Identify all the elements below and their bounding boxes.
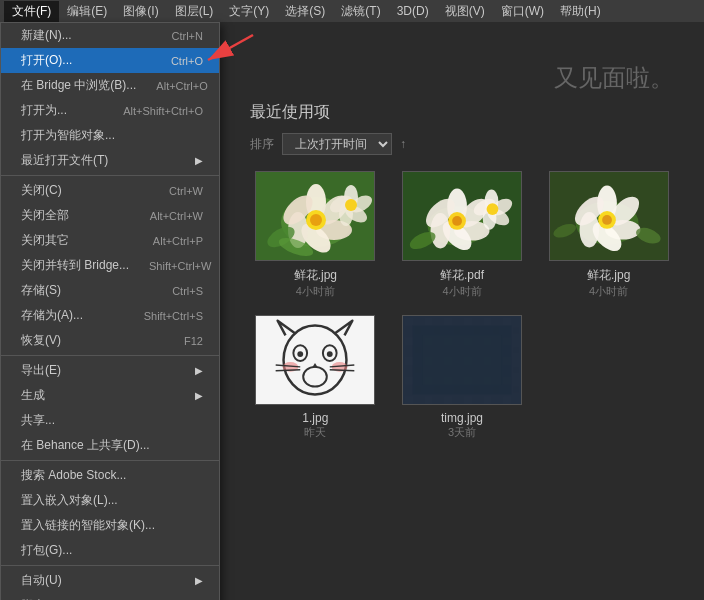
menu-item-behance[interactable]: 在 Behance 上共享(D)... bbox=[1, 433, 219, 458]
menu-item-package[interactable]: 打包(G)... bbox=[1, 538, 219, 563]
recent-files-grid: 鲜花.jpg 4小时前 bbox=[250, 171, 674, 440]
menu-item-automate[interactable]: 自动(U) ▶ bbox=[1, 568, 219, 593]
menu-item-scripts[interactable]: 脚本(R) ▶ bbox=[1, 593, 219, 600]
svg-point-35 bbox=[487, 203, 499, 215]
file-name-4: 1.jpg bbox=[302, 411, 328, 425]
menu-layer[interactable]: 图层(L) bbox=[167, 1, 222, 22]
menu-filter[interactable]: 滤镜(T) bbox=[333, 1, 388, 22]
flower-image-1 bbox=[256, 172, 374, 260]
menu-item-close-bridge[interactable]: 关闭并转到 Bridge... Shift+Ctrl+W bbox=[1, 253, 219, 278]
file-time-3: 4小时前 bbox=[589, 284, 628, 299]
main-content-area: 又见面啦。 最近使用项 排序 上次打开时间 ↑ bbox=[220, 22, 704, 600]
svg-line-62 bbox=[330, 370, 355, 371]
file-dropdown-menu: 新建(N)... Ctrl+N 打开(O)... Ctrl+O 在 Bridge… bbox=[0, 22, 220, 600]
file-item-3[interactable]: 鲜花.jpg 4小时前 bbox=[543, 171, 674, 299]
menu-item-share[interactable]: 共享... bbox=[1, 408, 219, 433]
file-name-2: 鲜花.pdf bbox=[440, 267, 484, 284]
file-name-3: 鲜花.jpg bbox=[587, 267, 630, 284]
menu-item-open-as[interactable]: 打开为... Alt+Shift+Ctrl+O bbox=[1, 98, 219, 123]
menu-image[interactable]: 图像(I) bbox=[115, 1, 166, 22]
sort-bar: 排序 上次打开时间 ↑ bbox=[250, 133, 674, 155]
separator-2 bbox=[1, 355, 219, 356]
export-arrow: ▶ bbox=[195, 365, 203, 376]
svg-point-17 bbox=[345, 199, 357, 211]
sort-label: 排序 bbox=[250, 136, 274, 153]
recent-section-title: 最近使用项 bbox=[250, 102, 674, 123]
menu-item-place-linked[interactable]: 置入链接的智能对象(K)... bbox=[1, 513, 219, 538]
svg-point-54 bbox=[327, 351, 333, 357]
file-time-5: 3天前 bbox=[448, 425, 476, 440]
menu-text[interactable]: 文字(Y) bbox=[221, 1, 277, 22]
svg-line-60 bbox=[276, 370, 301, 371]
menu-item-revert[interactable]: 恢复(V) F12 bbox=[1, 328, 219, 353]
menu-item-close-all[interactable]: 关闭全部 Alt+Ctrl+W bbox=[1, 203, 219, 228]
svg-point-29 bbox=[452, 216, 462, 226]
menu-item-save-as[interactable]: 存储为(A)... Shift+Ctrl+S bbox=[1, 303, 219, 328]
file-time-2: 4小时前 bbox=[442, 284, 481, 299]
file-thumb-3 bbox=[549, 171, 669, 261]
submenu-arrow: ▶ bbox=[195, 155, 203, 166]
automate-arrow: ▶ bbox=[195, 575, 203, 586]
menu-item-open[interactable]: 打开(O)... Ctrl+O bbox=[1, 48, 219, 73]
file-thumb-5 bbox=[402, 315, 522, 405]
menu-select[interactable]: 选择(S) bbox=[277, 1, 333, 22]
menu-item-export[interactable]: 导出(E) ▶ bbox=[1, 358, 219, 383]
separator-1 bbox=[1, 175, 219, 176]
svg-point-11 bbox=[310, 214, 322, 226]
svg-rect-70 bbox=[423, 335, 502, 384]
separator-4 bbox=[1, 565, 219, 566]
file-name-1: 鲜花.jpg bbox=[294, 267, 337, 284]
svg-rect-49 bbox=[256, 316, 374, 405]
menu-window[interactable]: 窗口(W) bbox=[493, 1, 552, 22]
file-time-1: 4小时前 bbox=[296, 284, 335, 299]
menu-item-bridge[interactable]: 在 Bridge 中浏览(B)... Alt+Ctrl+O bbox=[1, 73, 219, 98]
welcome-message: 又见面啦。 bbox=[554, 62, 674, 94]
file-item-5[interactable]: timg.jpg 3天前 bbox=[397, 315, 528, 440]
svg-point-53 bbox=[298, 351, 304, 357]
menu-item-close[interactable]: 关闭(C) Ctrl+W bbox=[1, 178, 219, 203]
file-thumb-2 bbox=[402, 171, 522, 261]
menu-bar: 文件(F) 编辑(E) 图像(I) 图层(L) 文字(Y) 选择(S) 滤镜(T… bbox=[0, 0, 704, 22]
menu-item-recent[interactable]: 最近打开文件(T) ▶ bbox=[1, 148, 219, 173]
menu-item-close-other[interactable]: 关闭其它 Alt+Ctrl+P bbox=[1, 228, 219, 253]
file-item-2[interactable]: 鲜花.pdf 4小时前 bbox=[397, 171, 528, 299]
separator-3 bbox=[1, 460, 219, 461]
menu-item-stock[interactable]: 搜索 Adobe Stock... bbox=[1, 463, 219, 488]
menu-item-new[interactable]: 新建(N)... Ctrl+N bbox=[1, 23, 219, 48]
file-name-5: timg.jpg bbox=[441, 411, 483, 425]
svg-point-46 bbox=[602, 215, 612, 225]
sort-direction-icon[interactable]: ↑ bbox=[400, 137, 406, 151]
generate-arrow: ▶ bbox=[195, 390, 203, 401]
menu-item-save[interactable]: 存储(S) Ctrl+S bbox=[1, 278, 219, 303]
file-item-4[interactable]: 1.jpg 昨天 bbox=[250, 315, 381, 440]
menu-edit[interactable]: 编辑(E) bbox=[59, 1, 115, 22]
menu-item-generate[interactable]: 生成 ▶ bbox=[1, 383, 219, 408]
file-thumb-4 bbox=[255, 315, 375, 405]
file-time-4: 昨天 bbox=[304, 425, 326, 440]
menu-view[interactable]: 视图(V) bbox=[437, 1, 493, 22]
menu-file[interactable]: 文件(F) bbox=[4, 1, 59, 22]
file-item-1[interactable]: 鲜花.jpg 4小时前 bbox=[250, 171, 381, 299]
sort-select[interactable]: 上次打开时间 bbox=[282, 133, 392, 155]
menu-item-place-embed[interactable]: 置入嵌入对象(L)... bbox=[1, 488, 219, 513]
menu-item-open-smart[interactable]: 打开为智能对象... bbox=[1, 123, 219, 148]
file-thumb-1 bbox=[255, 171, 375, 261]
menu-3d[interactable]: 3D(D) bbox=[389, 2, 437, 20]
menu-help[interactable]: 帮助(H) bbox=[552, 1, 609, 22]
